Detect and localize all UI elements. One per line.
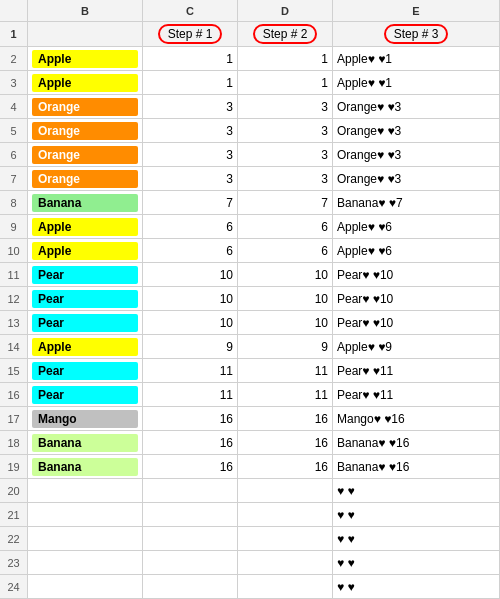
step2-cell: 3: [238, 95, 333, 118]
fruit-cell: Orange: [28, 119, 143, 142]
table-row: 16Pear1111Pear♥ ♥11: [0, 383, 500, 407]
row-1-c: Step # 1: [143, 22, 238, 46]
step1-cell: 11: [143, 359, 238, 382]
col-c-header: C: [143, 0, 238, 21]
row-num-cell: 3: [0, 71, 28, 94]
step3-cell: Pear♥ ♥10: [333, 311, 500, 334]
fruit-label: Banana: [32, 434, 138, 452]
fruit-label: Mango: [32, 410, 138, 428]
step3-cell: ♥ ♥: [333, 551, 500, 574]
step1-cell: 6: [143, 215, 238, 238]
fruit-cell: Mango: [28, 407, 143, 430]
fruit-label: Banana: [32, 458, 138, 476]
fruit-cell: [28, 503, 143, 526]
step1-cell: 3: [143, 167, 238, 190]
fruit-cell: Pear: [28, 311, 143, 334]
step1-cell: [143, 479, 238, 502]
fruit-cell: Orange: [28, 95, 143, 118]
fruit-cell: Banana: [28, 455, 143, 478]
step2-cell: 10: [238, 287, 333, 310]
row-num-cell: 22: [0, 527, 28, 550]
step3-cell: Banana♥ ♥7: [333, 191, 500, 214]
fruit-cell: Pear: [28, 287, 143, 310]
step2-cell: [238, 503, 333, 526]
step3-cell: Orange♥ ♥3: [333, 119, 500, 142]
step2-cell: 16: [238, 431, 333, 454]
fruit-label: Orange: [32, 146, 138, 164]
step3-cell: ♥ ♥: [333, 503, 500, 526]
step3-cell: Banana♥ ♥16: [333, 431, 500, 454]
step2-cell: [238, 551, 333, 574]
table-row: 5Orange33Orange♥ ♥3: [0, 119, 500, 143]
step3-cell: Orange♥ ♥3: [333, 167, 500, 190]
fruit-label: Apple: [32, 218, 138, 236]
fruit-label: Pear: [32, 362, 138, 380]
column-headers-row: B C D E: [0, 0, 500, 22]
step1-cell: 16: [143, 431, 238, 454]
step1-cell: 16: [143, 455, 238, 478]
fruit-cell: Apple: [28, 335, 143, 358]
step2-cell: 3: [238, 143, 333, 166]
table-row: 24♥ ♥: [0, 575, 500, 599]
step1-cell: 6: [143, 239, 238, 262]
corner-cell: [0, 0, 28, 21]
step1-label: Step # 1: [158, 24, 223, 44]
fruit-cell: Pear: [28, 263, 143, 286]
table-row: 9Apple66Apple♥ ♥6: [0, 215, 500, 239]
step2-cell: 3: [238, 119, 333, 142]
step2-cell: 6: [238, 239, 333, 262]
fruit-cell: Apple: [28, 239, 143, 262]
step2-cell: 10: [238, 263, 333, 286]
row-num-cell: 24: [0, 575, 28, 598]
step2-cell: 1: [238, 71, 333, 94]
row-num-cell: 11: [0, 263, 28, 286]
step2-cell: 3: [238, 167, 333, 190]
fruit-cell: [28, 551, 143, 574]
table-row: 23♥ ♥: [0, 551, 500, 575]
table-row: 17Mango1616Mango♥ ♥16: [0, 407, 500, 431]
fruit-label: Apple: [32, 242, 138, 260]
step3-cell: Pear♥ ♥11: [333, 359, 500, 382]
step3-cell: ♥ ♥: [333, 479, 500, 502]
step1-cell: 10: [143, 287, 238, 310]
step2-cell: 1: [238, 47, 333, 70]
fruit-label: Banana: [32, 194, 138, 212]
fruit-cell: Apple: [28, 215, 143, 238]
step3-cell: Pear♥ ♥11: [333, 383, 500, 406]
row-num-cell: 8: [0, 191, 28, 214]
row-num-cell: 20: [0, 479, 28, 502]
row-num-cell: 17: [0, 407, 28, 430]
step3-label: Step # 3: [384, 24, 449, 44]
row-1-d: Step # 2: [238, 22, 333, 46]
table-row: 10Apple66Apple♥ ♥6: [0, 239, 500, 263]
step1-cell: 10: [143, 263, 238, 286]
row-num-cell: 14: [0, 335, 28, 358]
fruit-cell: Orange: [28, 167, 143, 190]
row-num-cell: 6: [0, 143, 28, 166]
step1-cell: [143, 527, 238, 550]
step1-cell: [143, 503, 238, 526]
step-header-row: 1 Step # 1 Step # 2 Step # 3: [0, 22, 500, 47]
step3-cell: Apple♥ ♥1: [333, 71, 500, 94]
row-num-cell: 15: [0, 359, 28, 382]
fruit-label: Pear: [32, 290, 138, 308]
table-row: 22♥ ♥: [0, 527, 500, 551]
fruit-cell: [28, 479, 143, 502]
table-row: 6Orange33Orange♥ ♥3: [0, 143, 500, 167]
table-row: 2Apple11Apple♥ ♥1: [0, 47, 500, 71]
table-row: 3Apple11Apple♥ ♥1: [0, 71, 500, 95]
table-row: 14Apple99Apple♥ ♥9: [0, 335, 500, 359]
fruit-cell: Apple: [28, 47, 143, 70]
table-row: 19Banana1616Banana♥ ♥16: [0, 455, 500, 479]
step1-cell: 9: [143, 335, 238, 358]
step3-cell: Pear♥ ♥10: [333, 287, 500, 310]
step2-cell: [238, 575, 333, 598]
table-row: 18Banana1616Banana♥ ♥16: [0, 431, 500, 455]
row-num-cell: 23: [0, 551, 28, 574]
step2-cell: 16: [238, 407, 333, 430]
fruit-cell: [28, 527, 143, 550]
table-row: 13Pear1010Pear♥ ♥10: [0, 311, 500, 335]
fruit-cell: Pear: [28, 383, 143, 406]
fruit-label: Apple: [32, 74, 138, 92]
step2-cell: 9: [238, 335, 333, 358]
